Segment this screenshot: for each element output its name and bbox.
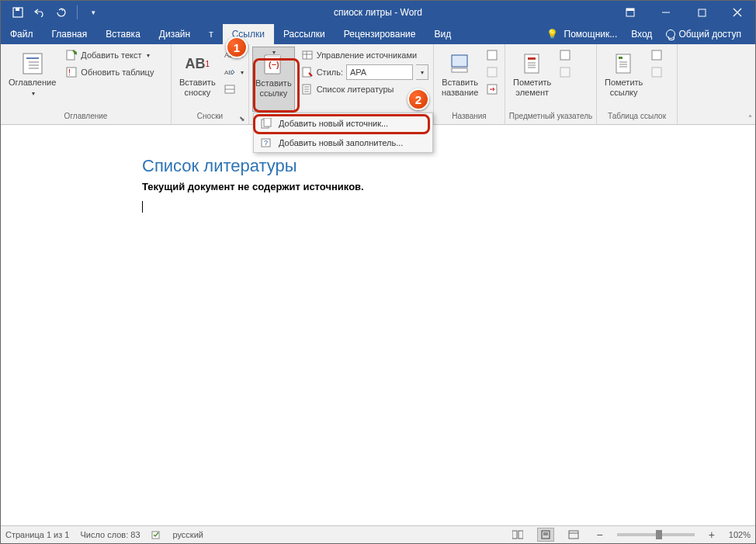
zoom-thumb[interactable] xyxy=(656,530,662,539)
svg-rect-24 xyxy=(303,51,312,59)
insert-caption-icon xyxy=(448,51,473,76)
tab-design[interactable]: Дизайн xyxy=(150,24,199,44)
undo-icon[interactable] xyxy=(30,3,49,22)
group-toc-label: Оглавление xyxy=(1,112,171,124)
svg-rect-49 xyxy=(652,50,661,60)
callout-1: 1 xyxy=(226,36,248,58)
zoom-value[interactable]: 102% xyxy=(729,530,751,539)
add-text-icon xyxy=(65,49,78,61)
svg-rect-1 xyxy=(16,8,19,11)
table-of-figures-icon xyxy=(486,49,498,61)
toc-button[interactable]: Оглавление▾ xyxy=(4,47,61,112)
group-toa: Пометить ссылку Таблица ссылок xyxy=(597,44,678,124)
svg-text:(−): (−) xyxy=(269,60,279,69)
redo-icon[interactable] xyxy=(52,3,71,22)
svg-rect-5 xyxy=(699,9,706,16)
tab-insert[interactable]: Вставка xyxy=(96,24,150,44)
toa-mini2[interactable] xyxy=(649,64,664,81)
insert-footnote-button[interactable]: AB1 Вставить сноску xyxy=(175,47,220,112)
insert-caption-button[interactable]: Вставить название xyxy=(437,47,483,112)
update-table-button[interactable]: ! Обновить таблицу xyxy=(64,64,155,81)
footnotes-dialog-launcher[interactable]: ⬊ xyxy=(238,114,247,123)
show-notes-button[interactable] xyxy=(222,81,245,98)
svg-rect-42 xyxy=(560,50,570,60)
add-new-source-label: Добавить новый источник... xyxy=(279,119,388,128)
minimize-button[interactable] xyxy=(648,1,684,24)
mark-entry-button[interactable]: Пометить элемент xyxy=(508,47,556,112)
tab-file[interactable]: Файл xyxy=(1,24,43,44)
collapse-ribbon-icon[interactable]: ˄ xyxy=(748,114,752,123)
add-new-source-item[interactable]: Добавить новый источник... xyxy=(254,113,432,133)
save-icon[interactable] xyxy=(9,3,27,22)
svg-rect-45 xyxy=(619,57,622,59)
mark-entry-icon xyxy=(520,51,545,76)
view-web-layout[interactable] xyxy=(565,528,582,542)
zoom-slider[interactable] xyxy=(617,533,695,536)
doc-heading: Список литературы xyxy=(142,156,755,176)
maximize-button[interactable] xyxy=(684,1,720,24)
customize-qat-icon[interactable]: ▾ xyxy=(84,3,102,22)
svg-rect-27 xyxy=(303,68,310,77)
zoom-out-button[interactable]: − xyxy=(593,528,605,541)
tell-me-button[interactable]: 💡Помощник... xyxy=(540,29,624,40)
group-index: Пометить элемент Предметный указатель xyxy=(505,44,597,124)
group-toc: Оглавление▾ Добавить текст▾ ! Обновить т… xyxy=(1,44,172,124)
svg-rect-8 xyxy=(23,54,42,74)
insert-citation-dropdown: Добавить новый источник... ? Добавить но… xyxy=(253,113,433,153)
style-label: Стиль: xyxy=(317,68,343,77)
tab-home[interactable]: Главная xyxy=(43,24,97,44)
caption-mini1[interactable] xyxy=(484,47,500,64)
proofing-icon[interactable] xyxy=(151,529,162,540)
add-text-button[interactable]: Добавить текст▾ xyxy=(64,47,155,64)
tab-view[interactable]: Вид xyxy=(425,24,460,44)
style-value: APA xyxy=(350,68,366,77)
add-new-placeholder-item[interactable]: ? Добавить новый заполнитель... xyxy=(254,133,432,152)
view-print-layout[interactable] xyxy=(537,528,554,542)
index-mini1[interactable] xyxy=(557,47,573,64)
window-title: спиоск литры - Word xyxy=(334,7,422,18)
index-mini2[interactable] xyxy=(557,64,573,81)
add-text-label: Добавить текст xyxy=(81,50,141,60)
language-indicator[interactable]: русский xyxy=(173,530,203,539)
manage-sources-button[interactable]: Управление источниками xyxy=(300,47,430,64)
svg-rect-56 xyxy=(512,531,517,539)
style-icon xyxy=(301,66,314,78)
svg-rect-43 xyxy=(560,68,570,77)
ribbon-display-icon[interactable] xyxy=(612,1,648,24)
mark-citation-button[interactable]: Пометить ссылку xyxy=(600,47,647,112)
share-button[interactable]: Общий доступ xyxy=(660,29,747,40)
caption-mini3[interactable] xyxy=(484,81,500,98)
next-footnote-button[interactable]: AB▾ xyxy=(222,64,245,81)
toa-mini1[interactable] xyxy=(649,47,664,64)
close-button[interactable] xyxy=(720,1,755,24)
svg-text:AB: AB xyxy=(224,69,233,76)
insert-citation-button[interactable]: (−) Вставить ссылку ▾ xyxy=(252,47,295,112)
tab-mailings[interactable]: Рассылки xyxy=(274,24,335,44)
sign-in-button[interactable]: Вход xyxy=(625,29,658,40)
add-new-placeholder-label: Добавить новый заполнитель... xyxy=(279,138,403,147)
mark-citation-label: Пометить ссылку xyxy=(605,78,643,97)
svg-text:?: ? xyxy=(264,139,268,147)
style-selector[interactable]: Стиль: APA ▾ xyxy=(300,64,430,81)
style-combo[interactable]: APA xyxy=(346,64,413,80)
zoom-in-button[interactable]: + xyxy=(706,528,718,541)
tab-hidden[interactable]: т xyxy=(199,24,223,44)
person-icon xyxy=(666,29,675,39)
share-label: Общий доступ xyxy=(678,29,741,40)
caption-mini2[interactable] xyxy=(484,64,500,81)
next-footnote-icon: AB xyxy=(224,66,236,78)
text-cursor xyxy=(142,201,143,213)
insert-toa-icon xyxy=(650,49,663,61)
document-area[interactable]: Список литературы Текущий документ не со… xyxy=(1,125,755,525)
footnote-icon: AB1 xyxy=(185,51,210,76)
add-placeholder-icon: ? xyxy=(260,137,272,149)
tab-review[interactable]: Рецензирование xyxy=(335,24,425,44)
update-tof-icon xyxy=(486,66,498,78)
page-indicator[interactable]: Страница 1 из 1 xyxy=(5,530,69,539)
word-count[interactable]: Число слов: 83 xyxy=(80,530,140,539)
style-combo-arrow[interactable]: ▾ xyxy=(416,64,428,80)
group-captions-label: Названия xyxy=(434,112,505,124)
svg-rect-33 xyxy=(452,68,467,72)
view-read-mode[interactable] xyxy=(509,528,526,542)
show-notes-icon xyxy=(224,83,236,95)
